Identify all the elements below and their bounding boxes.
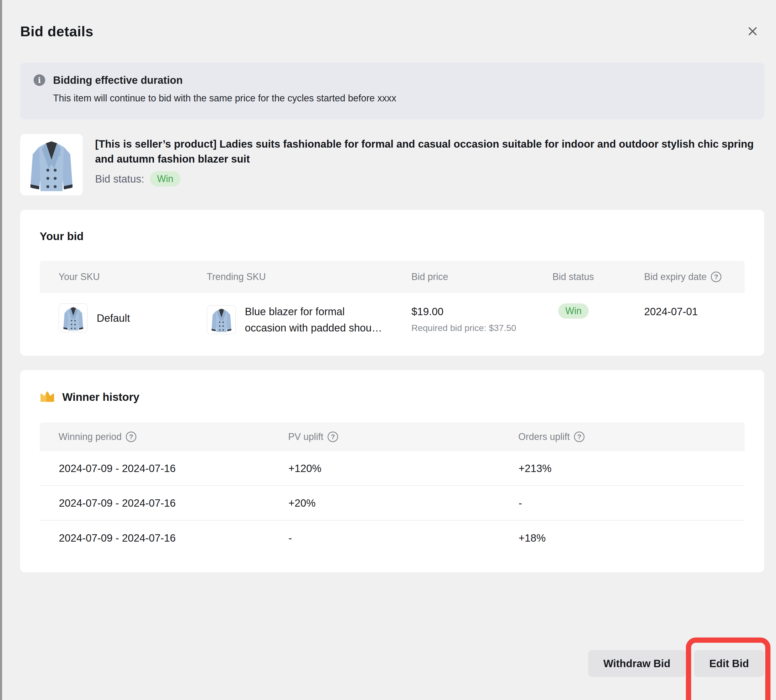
orders-uplift-help-icon[interactable]: ? xyxy=(574,432,584,442)
your-bid-table: Your SKU Trending SKU Bid price Bid stat… xyxy=(40,261,745,348)
winner-history-header: Winning period ? PV uplift ? Orders upli… xyxy=(40,422,745,451)
modal-header: Bid details xyxy=(20,23,764,39)
bidding-duration-banner: i Bidding effective duration This item w… xyxy=(20,63,764,119)
orders-uplift-cell: +18% xyxy=(499,532,745,544)
winner-history-heading: Winner history xyxy=(62,389,140,405)
winner-history-row: 2024-07-09 - 2024-07-16 - +18% xyxy=(40,521,745,555)
your-bid-card: Your bid Your SKU Trending SKU Bid price… xyxy=(20,210,764,356)
banner-body: This item will continue to bid with the … xyxy=(53,92,748,105)
withdraw-bid-button[interactable]: Withdraw Bid xyxy=(588,650,686,677)
bid-expiry-date-value: 2024-07-01 xyxy=(644,303,745,320)
col-bid-expiry-date: Bid expiry date ? xyxy=(625,271,745,282)
trending-sku-name: Blue blazer for formal occasion with pad… xyxy=(245,303,385,336)
close-button[interactable] xyxy=(747,25,758,37)
pv-uplift-help-icon[interactable]: ? xyxy=(327,432,338,442)
bid-status-badge: Win xyxy=(150,171,180,187)
pv-uplift-cell: +120% xyxy=(269,463,499,474)
col-your-sku: Your SKU xyxy=(40,271,188,282)
edit-bid-button[interactable]: Edit Bid xyxy=(694,650,764,677)
close-icon xyxy=(747,25,758,37)
row-bid-status-badge: Win xyxy=(558,303,589,318)
your-bid-row: Default Blue blazer for formal occasion … xyxy=(40,293,745,348)
orders-uplift-cell: - xyxy=(499,497,745,509)
your-sku-thumbnail xyxy=(58,303,88,333)
info-icon: i xyxy=(33,74,45,86)
orders-uplift-cell: +213% xyxy=(499,463,745,474)
trending-sku-thumbnail xyxy=(207,305,236,334)
col-trending-sku: Trending SKU xyxy=(188,271,392,282)
col-bid-status: Bid status xyxy=(534,271,625,282)
col-bid-price: Bid price xyxy=(392,271,534,282)
required-bid-price: Required bid price: $37.50 xyxy=(411,322,534,334)
winner-history-row: 2024-07-09 - 2024-07-16 +20% - xyxy=(40,486,745,521)
winner-history-row: 2024-07-09 - 2024-07-16 +120% +213% xyxy=(40,451,745,486)
bid-price-value: $19.00 xyxy=(411,303,534,320)
col-orders-uplift: Orders uplift ? xyxy=(499,431,745,442)
pv-uplift-cell: - xyxy=(269,532,499,544)
crown-icon xyxy=(40,390,55,404)
bid-status-label: Bid status: xyxy=(95,173,144,185)
window-edge xyxy=(0,0,2,700)
col-pv-uplift: PV uplift ? xyxy=(269,431,499,442)
winner-history-table: Winning period ? PV uplift ? Orders upli… xyxy=(40,422,745,555)
page-title: Bid details xyxy=(20,23,93,39)
winner-history-card: Winner history Winning period ? PV uplif… xyxy=(20,370,764,572)
footer-actions: Withdraw Bid Edit Bid xyxy=(20,650,764,677)
product-summary: [This is seller’s product] Ladies suits … xyxy=(20,134,764,195)
winning-period-cell: 2024-07-09 - 2024-07-16 xyxy=(40,532,269,544)
bid-details-modal: Bid details i Bidding effective duration… xyxy=(0,0,776,700)
bid-expiry-help-icon[interactable]: ? xyxy=(711,272,721,282)
product-title: [This is seller’s product] Ladies suits … xyxy=(95,137,757,167)
your-sku-name: Default xyxy=(97,310,130,326)
your-bid-table-header: Your SKU Trending SKU Bid price Bid stat… xyxy=(40,261,745,293)
pv-uplift-cell: +20% xyxy=(269,497,499,509)
banner-title: Bidding effective duration xyxy=(53,73,183,87)
your-bid-heading: Your bid xyxy=(40,228,745,245)
winning-period-cell: 2024-07-09 - 2024-07-16 xyxy=(40,463,269,474)
winning-period-cell: 2024-07-09 - 2024-07-16 xyxy=(40,497,269,509)
winning-period-help-icon[interactable]: ? xyxy=(126,432,136,442)
col-winning-period: Winning period ? xyxy=(40,431,269,442)
product-image xyxy=(20,134,83,195)
